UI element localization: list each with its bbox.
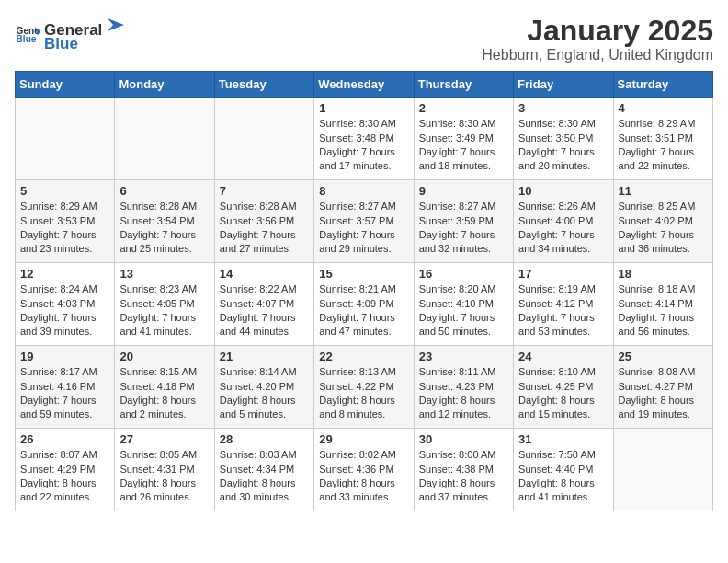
calendar-cell: 18Sunrise: 8:18 AM Sunset: 4:14 PM Dayli… [613, 263, 712, 346]
calendar-cell: 10Sunrise: 8:26 AM Sunset: 4:00 PM Dayli… [514, 180, 613, 263]
calendar-cell: 22Sunrise: 8:13 AM Sunset: 4:22 PM Dayli… [314, 346, 414, 429]
weekday-header-wednesday: Wednesday [314, 72, 414, 98]
calendar-cell [16, 98, 115, 180]
cell-content: Sunrise: 8:15 AM Sunset: 4:18 PM Dayligh… [119, 365, 209, 422]
logo: General Blue General Blue [15, 15, 124, 52]
day-number: 12 [20, 267, 109, 281]
cell-content: Sunrise: 8:28 AM Sunset: 3:56 PM Dayligh… [220, 200, 309, 257]
cell-content: Sunrise: 8:30 AM Sunset: 3:48 PM Dayligh… [319, 117, 408, 174]
day-number: 10 [518, 184, 608, 198]
calendar-cell: 4Sunrise: 8:29 AM Sunset: 3:51 PM Daylig… [613, 98, 712, 180]
cell-content: Sunrise: 8:17 AM Sunset: 4:16 PM Dayligh… [20, 365, 109, 422]
calendar-cell: 17Sunrise: 8:19 AM Sunset: 4:12 PM Dayli… [514, 263, 613, 346]
page-header: General Blue General Blue January 2025 H… [15, 15, 713, 63]
calendar-cell: 26Sunrise: 8:07 AM Sunset: 4:29 PM Dayli… [16, 429, 115, 511]
day-number: 21 [220, 350, 309, 363]
cell-content: Sunrise: 8:30 AM Sunset: 3:50 PM Dayligh… [518, 117, 608, 174]
calendar-subtitle: Hebburn, England, United Kingdom [482, 47, 713, 63]
day-number: 24 [518, 350, 608, 363]
cell-content: Sunrise: 8:30 AM Sunset: 3:49 PM Dayligh… [419, 117, 508, 174]
calendar-cell: 7Sunrise: 8:28 AM Sunset: 3:56 PM Daylig… [214, 180, 313, 263]
day-number: 20 [119, 350, 209, 363]
calendar-week-row: 1Sunrise: 8:30 AM Sunset: 3:48 PM Daylig… [16, 98, 713, 180]
weekday-header-saturday: Saturday [613, 72, 712, 98]
cell-content: Sunrise: 8:02 AM Sunset: 4:36 PM Dayligh… [319, 448, 408, 505]
calendar-cell: 30Sunrise: 8:00 AM Sunset: 4:38 PM Dayli… [414, 429, 513, 511]
weekday-header-thursday: Thursday [414, 72, 513, 98]
cell-content: Sunrise: 7:58 AM Sunset: 4:40 PM Dayligh… [518, 448, 608, 505]
weekday-header-row: SundayMondayTuesdayWednesdayThursdayFrid… [16, 72, 713, 98]
cell-content: Sunrise: 8:27 AM Sunset: 3:57 PM Dayligh… [319, 200, 408, 257]
calendar-table: SundayMondayTuesdayWednesdayThursdayFrid… [15, 71, 713, 511]
cell-content: Sunrise: 8:21 AM Sunset: 4:09 PM Dayligh… [319, 282, 408, 339]
cell-content: Sunrise: 8:03 AM Sunset: 4:34 PM Dayligh… [220, 448, 309, 505]
day-number: 5 [20, 184, 109, 198]
calendar-cell: 20Sunrise: 8:15 AM Sunset: 4:18 PM Dayli… [115, 346, 214, 429]
calendar-cell: 3Sunrise: 8:30 AM Sunset: 3:50 PM Daylig… [514, 98, 613, 180]
cell-content: Sunrise: 8:00 AM Sunset: 4:38 PM Dayligh… [419, 448, 508, 505]
day-number: 3 [518, 101, 608, 115]
calendar-cell: 15Sunrise: 8:21 AM Sunset: 4:09 PM Dayli… [314, 263, 414, 346]
logo-arrow-icon [104, 15, 124, 35]
calendar-cell: 2Sunrise: 8:30 AM Sunset: 3:49 PM Daylig… [414, 98, 513, 180]
calendar-cell: 19Sunrise: 8:17 AM Sunset: 4:16 PM Dayli… [16, 346, 115, 429]
cell-content: Sunrise: 8:18 AM Sunset: 4:14 PM Dayligh… [619, 282, 708, 339]
day-number: 6 [119, 184, 209, 198]
day-number: 4 [619, 101, 708, 115]
day-number: 26 [20, 432, 109, 446]
cell-content: Sunrise: 8:29 AM Sunset: 3:53 PM Dayligh… [20, 200, 109, 257]
cell-content: Sunrise: 8:14 AM Sunset: 4:20 PM Dayligh… [220, 365, 309, 422]
day-number: 11 [619, 184, 708, 198]
day-number: 14 [220, 267, 309, 281]
title-block: January 2025 Hebburn, England, United Ki… [482, 15, 713, 63]
svg-marker-2 [108, 18, 124, 31]
calendar-cell: 9Sunrise: 8:27 AM Sunset: 3:59 PM Daylig… [414, 180, 513, 263]
calendar-cell: 12Sunrise: 8:24 AM Sunset: 4:03 PM Dayli… [16, 263, 115, 346]
weekday-header-sunday: Sunday [16, 72, 115, 98]
cell-content: Sunrise: 8:07 AM Sunset: 4:29 PM Dayligh… [20, 448, 109, 505]
cell-content: Sunrise: 8:29 AM Sunset: 3:51 PM Dayligh… [619, 117, 708, 174]
calendar-week-row: 12Sunrise: 8:24 AM Sunset: 4:03 PM Dayli… [16, 263, 713, 346]
day-number: 18 [619, 267, 708, 281]
calendar-cell: 24Sunrise: 8:10 AM Sunset: 4:25 PM Dayli… [514, 346, 613, 429]
day-number: 19 [20, 350, 109, 363]
day-number: 22 [319, 350, 408, 363]
cell-content: Sunrise: 8:10 AM Sunset: 4:25 PM Dayligh… [518, 365, 608, 422]
calendar-cell: 13Sunrise: 8:23 AM Sunset: 4:05 PM Dayli… [115, 263, 214, 346]
calendar-week-row: 5Sunrise: 8:29 AM Sunset: 3:53 PM Daylig… [16, 180, 713, 263]
cell-content: Sunrise: 8:19 AM Sunset: 4:12 PM Dayligh… [518, 282, 608, 339]
day-number: 13 [119, 267, 209, 281]
calendar-cell: 8Sunrise: 8:27 AM Sunset: 3:57 PM Daylig… [314, 180, 414, 263]
calendar-week-row: 19Sunrise: 8:17 AM Sunset: 4:16 PM Dayli… [16, 346, 713, 429]
cell-content: Sunrise: 8:25 AM Sunset: 4:02 PM Dayligh… [619, 200, 708, 257]
calendar-cell: 31Sunrise: 7:58 AM Sunset: 4:40 PM Dayli… [514, 429, 613, 511]
calendar-cell: 5Sunrise: 8:29 AM Sunset: 3:53 PM Daylig… [16, 180, 115, 263]
calendar-week-row: 26Sunrise: 8:07 AM Sunset: 4:29 PM Dayli… [16, 429, 713, 511]
cell-content: Sunrise: 8:11 AM Sunset: 4:23 PM Dayligh… [419, 365, 508, 422]
cell-content: Sunrise: 8:22 AM Sunset: 4:07 PM Dayligh… [220, 282, 309, 339]
day-number: 25 [619, 350, 708, 363]
svg-text:Blue: Blue [17, 34, 37, 44]
calendar-cell: 25Sunrise: 8:08 AM Sunset: 4:27 PM Dayli… [613, 346, 712, 429]
calendar-cell: 21Sunrise: 8:14 AM Sunset: 4:20 PM Dayli… [214, 346, 313, 429]
day-number: 7 [220, 184, 309, 198]
day-number: 8 [319, 184, 408, 198]
calendar-cell: 27Sunrise: 8:05 AM Sunset: 4:31 PM Dayli… [115, 429, 214, 511]
day-number: 23 [419, 350, 508, 363]
calendar-cell: 29Sunrise: 8:02 AM Sunset: 4:36 PM Dayli… [314, 429, 414, 511]
calendar-cell: 6Sunrise: 8:28 AM Sunset: 3:54 PM Daylig… [115, 180, 214, 263]
cell-content: Sunrise: 8:08 AM Sunset: 4:27 PM Dayligh… [619, 365, 708, 422]
cell-content: Sunrise: 8:20 AM Sunset: 4:10 PM Dayligh… [419, 282, 508, 339]
calendar-cell [115, 98, 214, 180]
cell-content: Sunrise: 8:13 AM Sunset: 4:22 PM Dayligh… [319, 365, 408, 422]
calendar-cell: 23Sunrise: 8:11 AM Sunset: 4:23 PM Dayli… [414, 346, 513, 429]
day-number: 27 [119, 432, 209, 446]
calendar-cell: 16Sunrise: 8:20 AM Sunset: 4:10 PM Dayli… [414, 263, 513, 346]
day-number: 9 [419, 184, 508, 198]
logo-icon: General Blue [15, 21, 40, 47]
cell-content: Sunrise: 8:27 AM Sunset: 3:59 PM Dayligh… [419, 200, 508, 257]
weekday-header-monday: Monday [115, 72, 214, 98]
day-number: 16 [419, 267, 508, 281]
calendar-cell: 28Sunrise: 8:03 AM Sunset: 4:34 PM Dayli… [214, 429, 313, 511]
calendar-cell: 1Sunrise: 8:30 AM Sunset: 3:48 PM Daylig… [314, 98, 414, 180]
